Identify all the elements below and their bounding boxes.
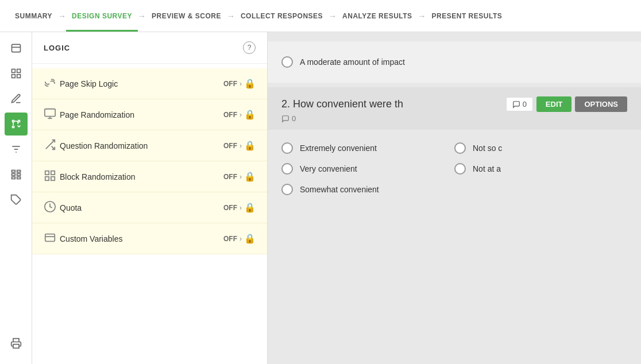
quota-status: OFF › 🔒: [223, 202, 256, 213]
nav-arrow-4: →: [329, 11, 337, 21]
answer-text-not-at: Not at a: [473, 164, 501, 173]
moderate-answer-text: A moderate amount of impact: [300, 57, 405, 67]
svg-rect-14: [11, 173, 15, 175]
page-skip-lock: 🔒: [244, 78, 256, 89]
grid-icon-btn[interactable]: [5, 163, 28, 186]
block-random-status: OFF › 🔒: [223, 171, 256, 182]
svg-rect-25: [45, 171, 49, 175]
svg-rect-4: [11, 75, 15, 78]
answer-text-extremely: Extremely convenient: [300, 144, 377, 153]
logic-item-page-skip[interactable]: Page Skip Logic OFF › 🔒: [32, 68, 267, 99]
custom-vars-label: Custom Variables: [60, 234, 223, 243]
logic-item-quota[interactable]: Quota OFF › 🔒: [32, 192, 267, 223]
nav-label-design: DESIGN SURVEY: [72, 12, 132, 20]
nav-summary[interactable]: SUMMARY: [9, 0, 58, 32]
tag-icon-btn[interactable]: [5, 188, 28, 211]
svg-point-6: [12, 120, 14, 122]
svg-rect-12: [11, 171, 15, 172]
nav-arrow-3: →: [227, 11, 235, 21]
svg-rect-19: [13, 344, 19, 348]
question-random-status: OFF › 🔒: [223, 140, 256, 151]
svg-rect-3: [17, 69, 20, 73]
svg-point-8: [12, 126, 14, 127]
print-icon-btn[interactable]: [5, 332, 28, 355]
page-skip-off: OFF: [223, 80, 237, 88]
answer-somewhat-convenient: Somewhat convenient: [281, 180, 454, 199]
logic-item-page-random[interactable]: Page Randomization OFF › 🔒: [32, 99, 267, 130]
chart-icon-btn[interactable]: [5, 62, 28, 85]
main-layout: LOGIC ? Page Skip Logic OFF ›: [0, 32, 641, 364]
svg-rect-17: [17, 177, 20, 179]
nav-label-summary: SUMMARY: [15, 12, 52, 20]
nav-label-preview: PREVIEW & SCORE: [152, 12, 221, 20]
svg-rect-15: [17, 173, 20, 175]
inbox-icon-btn[interactable]: [5, 37, 28, 60]
nav-present[interactable]: PRESENT RESULTS: [426, 0, 508, 32]
quota-icon: [44, 200, 60, 215]
filter-icon-btn[interactable]: [5, 138, 28, 161]
svg-rect-26: [51, 171, 55, 175]
svg-rect-20: [45, 109, 55, 117]
answer-not-so: Not so c: [454, 139, 627, 157]
svg-rect-16: [11, 177, 15, 179]
skip-icon: [44, 76, 60, 91]
comment-label: 0: [292, 114, 296, 123]
page-skip-arrow: ›: [240, 80, 242, 88]
comment-count: 0: [523, 100, 527, 109]
svg-rect-13: [17, 171, 20, 172]
custom-vars-lock: 🔒: [244, 233, 256, 244]
moderate-answer-card: A moderate amount of impact: [268, 41, 641, 83]
answer-very-convenient: Very convenient: [281, 160, 454, 178]
quota-lock: 🔒: [244, 202, 256, 213]
help-label: ?: [248, 44, 252, 52]
question-2-card: 2. How convenient were th 0 EDIT OPTIONS: [268, 87, 641, 208]
svg-rect-30: [45, 234, 55, 242]
edit-icon-btn[interactable]: [5, 87, 28, 110]
logic-header: LOGIC ?: [32, 32, 267, 64]
logic-item-block-random[interactable]: Block Randomization OFF › 🔒: [32, 161, 267, 192]
logic-item-question-random[interactable]: Question Randomization OFF › 🔒: [32, 130, 267, 161]
top-spacer: [268, 32, 641, 41]
answer-text-somewhat: Somewhat convenient: [300, 185, 379, 194]
question-2-number: 2.: [281, 98, 290, 110]
radio-not-so[interactable]: [454, 142, 466, 154]
radio-very[interactable]: [281, 163, 293, 175]
moderate-answer-option: A moderate amount of impact: [281, 53, 627, 71]
svg-rect-0: [11, 44, 20, 52]
comment-icon: [512, 100, 520, 109]
nav-label-collect: COLLECT RESPONSES: [241, 12, 323, 20]
logic-icon-btn[interactable]: [5, 113, 28, 135]
moderate-radio[interactable]: [281, 56, 293, 68]
svg-rect-27: [45, 177, 49, 180]
logic-help-button[interactable]: ?: [243, 41, 256, 54]
edit-button[interactable]: EDIT: [536, 96, 572, 112]
svg-rect-28: [51, 177, 55, 180]
nav-label-present: PRESENT RESULTS: [432, 12, 503, 20]
radio-extremely[interactable]: [281, 142, 293, 154]
radio-not-at[interactable]: [454, 163, 466, 175]
nav-arrow-1: →: [58, 11, 66, 21]
nav-preview[interactable]: PREVIEW & SCORE: [146, 0, 227, 32]
question-random-icon: [44, 138, 60, 153]
nav-label-analyze: ANALYZE RESULTS: [342, 12, 412, 20]
page-random-label: Page Randomization: [60, 110, 223, 119]
svg-rect-5: [17, 75, 20, 78]
page-random-icon: [44, 107, 60, 122]
page-random-status: OFF › 🔒: [223, 109, 256, 120]
comment-badge: 0: [506, 97, 533, 111]
block-random-label: Block Randomization: [60, 172, 223, 181]
svg-point-7: [18, 120, 20, 122]
custom-vars-status: OFF › 🔒: [223, 233, 256, 244]
question-2-actions: 0 EDIT OPTIONS: [506, 96, 627, 112]
nav-design-survey[interactable]: DESIGN SURVEY: [66, 0, 138, 32]
block-random-icon: [44, 169, 60, 184]
nav-analyze[interactable]: ANALYZE RESULTS: [337, 0, 418, 32]
nav-collect[interactable]: COLLECT RESPONSES: [235, 0, 329, 32]
radio-somewhat[interactable]: [281, 184, 293, 195]
options-button[interactable]: OPTIONS: [575, 96, 627, 112]
page-random-lock: 🔒: [244, 109, 256, 120]
nav-arrow-2: →: [138, 11, 146, 21]
logic-item-custom-vars[interactable]: Custom Variables OFF › 🔒: [32, 223, 267, 254]
question-2-text: How convenient were th: [293, 98, 403, 110]
answers-grid: Extremely convenient Not so c Very conve…: [268, 130, 641, 208]
